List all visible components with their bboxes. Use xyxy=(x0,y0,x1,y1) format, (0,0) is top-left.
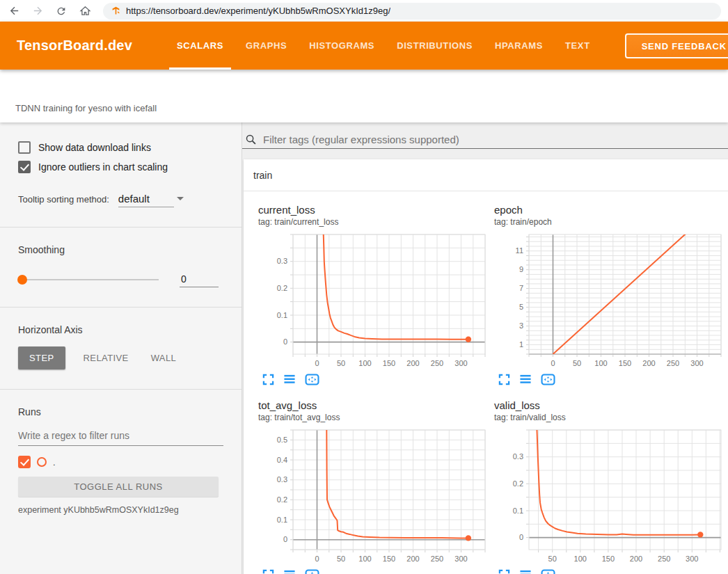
svg-text:150: 150 xyxy=(383,359,395,367)
chart-epoch: epoch tag: train/epoch 05010015020025030… xyxy=(494,204,724,385)
run-color-circle-icon[interactable] xyxy=(37,457,47,467)
divider xyxy=(0,307,242,308)
divider xyxy=(0,227,242,228)
smoothing-value-input[interactable]: 0 xyxy=(180,272,219,287)
address-bar[interactable]: https://tensorboard.dev/experiment/yKUbh… xyxy=(103,3,721,19)
fit-domain-to-data-icon[interactable] xyxy=(541,569,555,574)
fit-domain-to-data-icon[interactable] xyxy=(305,569,319,574)
svg-text:200: 200 xyxy=(642,359,655,367)
chart-title: epoch xyxy=(494,204,724,216)
svg-text:3: 3 xyxy=(519,321,523,330)
runs-regex-input[interactable] xyxy=(18,427,223,446)
expand-chart-icon[interactable] xyxy=(262,374,274,385)
checkbox-checked-icon[interactable] xyxy=(18,161,31,173)
svg-text:250: 250 xyxy=(431,359,443,367)
svg-text:0: 0 xyxy=(315,359,319,367)
svg-text:0: 0 xyxy=(551,359,555,367)
experiment-title: TDNN training for yesno with icefall xyxy=(15,103,157,113)
chart-tag: tag: train/epoch xyxy=(494,217,724,227)
chart-current-loss: current_loss tag: train/current_loss 050… xyxy=(258,204,488,385)
view-data-table-icon[interactable] xyxy=(283,569,296,574)
reload-icon[interactable] xyxy=(54,4,68,18)
fit-domain-to-data-icon[interactable] xyxy=(541,374,555,385)
tab-graphs[interactable]: GRAPHS xyxy=(237,22,296,70)
tab-scalars[interactable]: SCALARS xyxy=(168,22,232,70)
run-name: . xyxy=(53,457,56,468)
tooltip-sorting-dropdown[interactable]: default xyxy=(118,193,174,207)
line-chart-canvas[interactable]: 5010015020025030000.10.20.3 xyxy=(494,428,724,565)
filter-tags-input[interactable] xyxy=(263,134,728,145)
svg-text:0.4: 0.4 xyxy=(277,456,287,464)
checkbox-unchecked-icon[interactable] xyxy=(18,141,31,154)
tab-histograms[interactable]: HISTOGRAMS xyxy=(300,22,383,70)
svg-text:100: 100 xyxy=(574,555,587,563)
toggle-all-runs-button[interactable]: TOGGLE ALL RUNS xyxy=(18,477,219,497)
svg-text:100: 100 xyxy=(358,555,371,563)
show-download-links-checkbox-row[interactable]: Show data download links xyxy=(18,141,223,154)
run-checkbox-checked-icon[interactable] xyxy=(18,456,31,468)
svg-text:250: 250 xyxy=(658,555,670,563)
svg-text:5: 5 xyxy=(519,303,523,311)
tensorboard-favicon xyxy=(111,6,120,15)
view-data-table-icon[interactable] xyxy=(283,374,296,385)
charts-grid: current_loss tag: train/current_loss 050… xyxy=(244,191,728,574)
axis-relative-button[interactable]: RELATIVE xyxy=(72,346,140,369)
chart-valid-loss: valid_loss tag: train/valid_loss 5010015… xyxy=(494,399,724,574)
app-logo: TensorBoard.dev xyxy=(17,38,132,54)
expand-chart-icon[interactable] xyxy=(262,569,274,574)
chart-tag: tag: train/current_loss xyxy=(258,217,488,227)
send-feedback-button[interactable]: SEND FEEDBACK xyxy=(625,33,728,58)
search-icon xyxy=(245,134,257,145)
svg-text:100: 100 xyxy=(358,359,371,367)
tab-distributions[interactable]: DISTRIBUTIONS xyxy=(388,22,482,70)
svg-text:300: 300 xyxy=(454,555,467,563)
tab-hparams[interactable]: HPARAMS xyxy=(486,22,552,70)
svg-text:250: 250 xyxy=(431,555,443,563)
line-chart-canvas[interactable]: 05010015020025030000.10.20.3 xyxy=(258,232,488,369)
top-nav: SCALARS GRAPHS HISTOGRAMS DISTRIBUTIONS … xyxy=(166,22,601,70)
train-section-card: train current_loss tag: train/current_lo… xyxy=(244,159,728,574)
view-data-table-icon[interactable] xyxy=(519,374,532,385)
slider-thumb[interactable] xyxy=(17,275,27,285)
svg-text:300: 300 xyxy=(686,555,698,563)
run-list-item[interactable]: . xyxy=(18,456,223,468)
svg-text:0.3: 0.3 xyxy=(277,475,287,484)
axis-step-button[interactable]: STEP xyxy=(18,346,65,369)
svg-text:200: 200 xyxy=(406,555,419,563)
view-data-table-icon[interactable] xyxy=(519,569,532,574)
back-icon[interactable] xyxy=(7,4,21,18)
expand-chart-icon[interactable] xyxy=(498,374,510,385)
line-chart-canvas[interactable]: 05010015020025030000.10.20.30.40.5 xyxy=(258,428,488,565)
divider xyxy=(0,389,242,390)
smoothing-label: Smoothing xyxy=(18,244,223,255)
chart-actions xyxy=(498,569,724,574)
content: Show data download links Ignore outliers… xyxy=(0,122,728,574)
chevron-down-icon xyxy=(177,197,184,200)
smoothing-slider[interactable] xyxy=(18,279,159,280)
svg-text:50: 50 xyxy=(337,359,345,367)
svg-text:0.1: 0.1 xyxy=(277,516,287,524)
settings-sidebar: Show data download links Ignore outliers… xyxy=(0,122,242,574)
scalars-main: train current_loss tag: train/current_lo… xyxy=(242,122,728,574)
tooltip-sorting-label: Tooltip sorting method: xyxy=(18,194,109,205)
horizontal-axis-buttons: STEP RELATIVE WALL xyxy=(18,346,223,369)
chart-tag: tag: train/valid_loss xyxy=(494,413,724,422)
expand-chart-icon[interactable] xyxy=(498,569,510,574)
section-title[interactable]: train xyxy=(244,159,728,191)
checkbox-label: Ignore outliers in chart scaling xyxy=(38,161,168,173)
svg-text:0.3: 0.3 xyxy=(513,452,523,461)
axis-wall-button[interactable]: WALL xyxy=(140,346,188,369)
chart-title: tot_avg_loss xyxy=(258,399,488,411)
line-chart-canvas[interactable]: 0501001502002503001357911 xyxy=(494,232,724,369)
svg-text:300: 300 xyxy=(690,359,703,367)
forward-icon[interactable] xyxy=(31,4,45,18)
chart-actions xyxy=(262,569,488,574)
fit-domain-to-data-icon[interactable] xyxy=(305,374,319,385)
url-text: https://tensorboard.dev/experiment/yKUbh… xyxy=(126,6,390,16)
tab-text[interactable]: TEXT xyxy=(556,22,599,70)
svg-text:0: 0 xyxy=(283,535,287,543)
filter-tags-row xyxy=(242,122,728,149)
home-icon[interactable] xyxy=(78,4,92,18)
ignore-outliers-checkbox-row[interactable]: Ignore outliers in chart scaling xyxy=(18,161,223,173)
svg-text:9: 9 xyxy=(519,265,523,273)
